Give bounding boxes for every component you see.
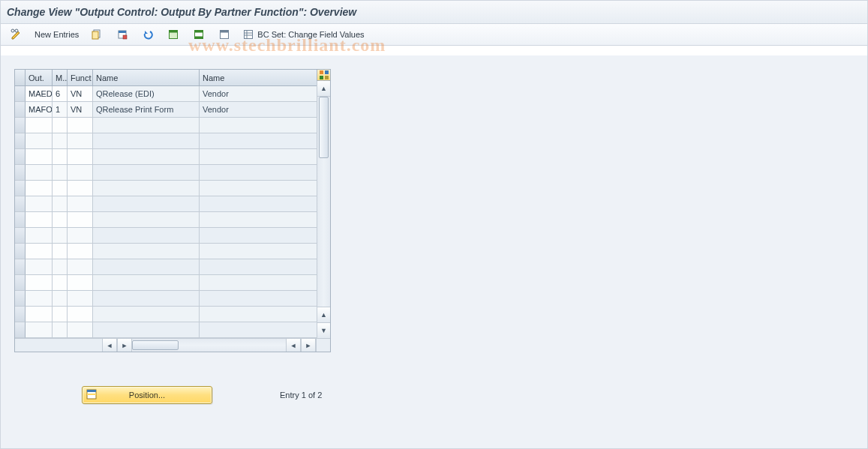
cell-funct[interactable] (68, 118, 93, 133)
bcset-button[interactable]: BC Set: Change Field Values (239, 26, 368, 43)
cell-funct[interactable]: VN (68, 86, 93, 102)
row-selector[interactable] (15, 181, 26, 196)
copy-icon (91, 28, 103, 40)
row-selector[interactable] (15, 165, 26, 181)
col-header-m[interactable]: M... (53, 70, 68, 86)
table-config-button[interactable] (317, 70, 330, 81)
scroll-track-horizontal[interactable] (132, 339, 286, 352)
cell-m[interactable] (53, 275, 68, 291)
row-selector[interactable] (15, 259, 26, 275)
cell-out[interactable] (26, 212, 53, 228)
cell-m[interactable] (53, 228, 68, 244)
row-selector[interactable] (15, 244, 26, 259)
cell-funct[interactable] (68, 181, 93, 196)
scroll-thumb-horizontal[interactable] (132, 340, 179, 350)
cell-out[interactable] (26, 181, 53, 196)
scroll-thumb-vertical[interactable] (319, 97, 329, 158)
cell-funct[interactable] (68, 228, 93, 244)
row-selector[interactable] (15, 133, 26, 149)
row-selector[interactable] (15, 291, 26, 307)
horizontal-scrollbar[interactable]: ◄ ► ◄ ► (15, 338, 330, 352)
cell-funct[interactable] (68, 259, 93, 275)
delete-button[interactable] (111, 26, 134, 43)
row-selector[interactable] (15, 196, 26, 212)
row-selector[interactable] (15, 86, 26, 102)
cell-funct[interactable] (68, 307, 93, 322)
row-selector[interactable] (15, 322, 26, 338)
cell-out[interactable] (26, 133, 53, 149)
cell-name1 (93, 307, 200, 322)
cell-funct[interactable] (68, 244, 93, 259)
cell-funct[interactable] (68, 165, 93, 181)
cell-funct[interactable] (68, 133, 93, 149)
cell-out[interactable] (26, 275, 53, 291)
row-selector[interactable] (15, 118, 26, 133)
cell-out[interactable] (26, 165, 53, 181)
col-header-name1[interactable]: Name (93, 70, 200, 86)
col-header-funct[interactable]: Funct (68, 70, 93, 86)
cell-out[interactable] (26, 149, 53, 165)
scroll-up-button[interactable]: ▲ (317, 81, 330, 97)
scroll-right-small-button[interactable]: ◄ (286, 339, 301, 352)
select-block-button[interactable] (188, 26, 210, 43)
copy-button[interactable] (86, 26, 108, 43)
cell-funct[interactable] (68, 275, 93, 291)
svg-rect-6 (119, 31, 126, 33)
cell-out[interactable] (26, 228, 53, 244)
col-header-name2[interactable]: Name (200, 70, 317, 86)
toggle-change-button[interactable] (5, 26, 28, 43)
col-header-out[interactable]: Out. (26, 70, 53, 86)
cell-out[interactable] (26, 244, 53, 259)
cell-m[interactable] (53, 149, 68, 165)
cell-m[interactable] (53, 244, 68, 259)
cell-m[interactable] (53, 259, 68, 275)
scroll-right-button[interactable]: ► (301, 339, 316, 352)
cell-funct[interactable] (68, 149, 93, 165)
table-header-row: Out. M... Funct Name Name (15, 70, 317, 86)
row-selector[interactable] (15, 212, 26, 228)
scroll-left-button[interactable]: ◄ (102, 339, 117, 352)
cell-m[interactable]: 6 (53, 86, 68, 102)
cell-out[interactable] (26, 259, 53, 275)
cell-funct[interactable] (68, 291, 93, 307)
cell-m[interactable] (53, 322, 68, 338)
cell-out[interactable] (26, 322, 53, 338)
position-button[interactable]: Position... (82, 386, 212, 404)
cell-funct[interactable] (68, 196, 93, 212)
cell-funct[interactable] (68, 212, 93, 228)
deselect-all-button[interactable] (213, 26, 236, 43)
undo-button[interactable] (137, 26, 159, 43)
row-selector[interactable] (15, 149, 26, 165)
vertical-scrollbar[interactable]: ▲ ▲ ▼ (317, 81, 330, 338)
row-selector[interactable] (15, 228, 26, 244)
cell-out[interactable]: MAED (26, 86, 53, 102)
select-all-button[interactable] (162, 26, 185, 43)
cell-m[interactable]: 1 (53, 102, 68, 118)
cell-m[interactable] (53, 118, 68, 133)
cell-m[interactable] (53, 196, 68, 212)
row-selector-header[interactable] (15, 70, 26, 86)
row-selector[interactable] (15, 307, 26, 322)
cell-out[interactable] (26, 196, 53, 212)
cell-name2 (200, 212, 317, 228)
cell-m[interactable] (53, 181, 68, 196)
cell-out[interactable]: MAFO (26, 102, 53, 118)
row-selector[interactable] (15, 275, 26, 291)
scroll-left-small-button[interactable]: ► (117, 339, 132, 352)
new-entries-button[interactable]: New Entries (31, 26, 83, 43)
cell-out[interactable] (26, 118, 53, 133)
cell-m[interactable] (53, 165, 68, 181)
cell-m[interactable] (53, 307, 68, 322)
cell-m[interactable] (53, 133, 68, 149)
cell-funct[interactable]: VN (68, 102, 93, 118)
scroll-track-vertical[interactable] (317, 97, 330, 307)
scroll-down-small-button[interactable]: ▲ (317, 307, 330, 322)
cell-out[interactable] (26, 307, 53, 322)
cell-m[interactable] (53, 212, 68, 228)
cell-m[interactable] (53, 291, 68, 307)
cell-out[interactable] (26, 291, 53, 307)
cell-funct[interactable] (68, 322, 93, 338)
deselect-all-icon (218, 28, 230, 40)
scroll-down-button[interactable]: ▼ (317, 322, 330, 338)
row-selector[interactable] (15, 102, 26, 118)
